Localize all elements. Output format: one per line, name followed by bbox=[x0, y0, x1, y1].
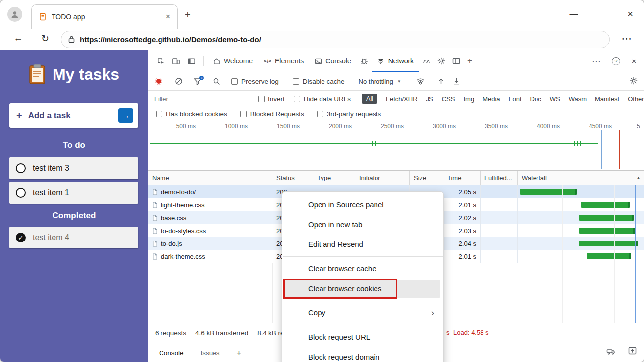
tab-network[interactable]: Network bbox=[372, 50, 419, 72]
filter-type[interactable]: Doc bbox=[530, 95, 541, 103]
throttling-dropdown[interactable]: No throttling ▼ bbox=[359, 78, 401, 85]
filter-type[interactable]: Wasm bbox=[569, 95, 587, 103]
performance-icon[interactable] bbox=[423, 57, 430, 65]
menu-item-clear-cache[interactable]: Clear browser cache bbox=[282, 259, 443, 279]
menu-separator bbox=[283, 301, 443, 301]
filter-type-all[interactable]: All bbox=[362, 94, 377, 104]
column-header-status[interactable]: Status bbox=[272, 171, 313, 185]
back-button[interactable]: ← bbox=[10, 33, 26, 44]
third-party-checkbox[interactable]: 3rd-party requests bbox=[317, 110, 381, 118]
menu-item-block-domain[interactable]: Block request domain bbox=[282, 347, 443, 362]
column-header-waterfall[interactable]: Waterfall ▲ bbox=[518, 171, 644, 185]
task-item[interactable]: test item 1 bbox=[9, 182, 138, 204]
column-header-name[interactable]: Name bbox=[148, 171, 272, 185]
resources-size: 8.4 kB re bbox=[257, 329, 284, 337]
network-settings-gear-icon[interactable] bbox=[630, 77, 638, 85]
drawer-tab-issues[interactable]: Issues bbox=[201, 349, 220, 357]
minimize-button[interactable]: — bbox=[562, 9, 585, 19]
disable-cache-checkbox[interactable]: Disable cache bbox=[293, 78, 345, 85]
import-har-icon[interactable] bbox=[437, 77, 445, 85]
column-header-initiator[interactable]: Initiator bbox=[355, 171, 410, 185]
network-overview-timeline[interactable]: 500 ms 1000 ms 1500 ms 2000 ms 2500 ms 3… bbox=[148, 121, 644, 171]
bug-icon[interactable] bbox=[360, 57, 368, 65]
menu-item-block-url[interactable]: Block request URL bbox=[282, 327, 443, 347]
checkbox-icon[interactable] bbox=[258, 96, 265, 102]
device-toolbar-icon[interactable] bbox=[172, 57, 180, 65]
blocked-requests-checkbox[interactable]: Blocked Requests bbox=[240, 110, 304, 118]
tab-elements[interactable]: </> Elements bbox=[258, 50, 309, 72]
filter-type[interactable]: CSS bbox=[442, 95, 455, 103]
has-blocked-cookies-checkbox[interactable]: Has blocked cookies bbox=[156, 110, 227, 118]
add-task-button[interactable]: + Add a task → bbox=[9, 103, 138, 128]
help-button[interactable]: ? bbox=[612, 57, 620, 65]
close-window-button[interactable]: × bbox=[619, 8, 642, 20]
new-tab-button[interactable]: + bbox=[185, 9, 191, 21]
checkbox-icon[interactable] bbox=[294, 96, 300, 102]
more-tools-button[interactable]: + bbox=[467, 56, 472, 66]
menu-item-open-sources[interactable]: Open in Sources panel bbox=[282, 195, 443, 215]
layout-icon[interactable] bbox=[452, 57, 460, 65]
tab-close-icon[interactable]: × bbox=[166, 12, 170, 21]
expand-panel-icon[interactable] bbox=[628, 347, 637, 355]
column-header-type[interactable]: Type bbox=[313, 171, 355, 185]
tab-welcome[interactable]: Welcome bbox=[208, 50, 258, 72]
dock-side-icon[interactable] bbox=[187, 57, 196, 65]
task-item[interactable]: test item 3 bbox=[9, 157, 138, 179]
address-bar[interactable]: https://microsoftedge.github.io/Demos/de… bbox=[61, 31, 610, 48]
menu-item-edit-resend[interactable]: Edit and Resend bbox=[282, 235, 443, 254]
search-icon[interactable] bbox=[213, 77, 220, 85]
timeline-tick: 5 bbox=[637, 123, 644, 130]
devtools-close-button[interactable]: × bbox=[631, 56, 637, 67]
filter-type[interactable]: Media bbox=[483, 95, 500, 103]
checkbox-icon[interactable] bbox=[231, 78, 238, 85]
filter-type[interactable]: Img bbox=[463, 95, 474, 103]
checkbox-checked-icon[interactable]: ✓ bbox=[16, 233, 26, 242]
reload-button[interactable]: ↻ bbox=[37, 33, 53, 44]
devtools-menu-button[interactable]: ⋯ bbox=[592, 56, 601, 67]
column-header-fulfilled[interactable]: Fulfilled... bbox=[481, 171, 518, 185]
profile-avatar[interactable] bbox=[7, 7, 22, 22]
inspect-icon[interactable] bbox=[157, 57, 165, 65]
task-item-completed[interactable]: ✓ test item 4 bbox=[9, 227, 138, 248]
maximize-button[interactable] bbox=[591, 11, 614, 21]
todo-section-heading: To do bbox=[0, 140, 148, 150]
gear-icon[interactable] bbox=[437, 57, 445, 65]
checkbox-circle-icon[interactable] bbox=[16, 163, 26, 173]
menu-item-open-new-tab[interactable]: Open in new tab bbox=[282, 215, 443, 235]
hide-data-urls-checkbox[interactable]: Hide data URLs bbox=[294, 95, 351, 103]
browser-menu-button[interactable]: ⋯ bbox=[619, 33, 635, 45]
devtools-tab-bar: Welcome </> Elements Console Network bbox=[148, 50, 644, 72]
invert-checkbox[interactable]: Invert bbox=[258, 95, 285, 103]
export-har-icon[interactable] bbox=[453, 77, 460, 85]
column-header-size[interactable]: Size bbox=[410, 171, 443, 185]
menu-item-clear-cookies[interactable]: Clear browser cookies bbox=[282, 279, 443, 299]
app-header: My tasks bbox=[0, 64, 148, 85]
filter-type[interactable]: Manifest bbox=[595, 95, 619, 103]
filter-type[interactable]: Fetch/XHR bbox=[386, 95, 418, 103]
filter-input[interactable] bbox=[154, 95, 248, 103]
checkbox-icon[interactable] bbox=[317, 111, 323, 117]
clear-icon[interactable] bbox=[175, 77, 183, 85]
network-conditions-icon[interactable] bbox=[416, 77, 425, 85]
checkbox-icon[interactable] bbox=[293, 78, 299, 85]
checkbox-circle-icon[interactable] bbox=[16, 188, 26, 198]
drawer-add-tab-button[interactable]: + bbox=[237, 348, 242, 358]
tab-console[interactable]: Console bbox=[309, 50, 356, 72]
filter-type[interactable]: Other bbox=[628, 95, 644, 103]
favicon-todo bbox=[39, 13, 47, 21]
filter-type[interactable]: JS bbox=[426, 95, 433, 103]
record-button[interactable] bbox=[155, 78, 162, 85]
filter-type[interactable]: WS bbox=[550, 95, 560, 103]
dcl-marker-line bbox=[635, 185, 636, 323]
submit-task-button[interactable]: → bbox=[118, 108, 133, 123]
checkbox-icon[interactable] bbox=[240, 111, 247, 117]
preserve-log-checkbox[interactable]: Preserve log bbox=[231, 78, 279, 85]
filter-toggle-icon[interactable]: × bbox=[194, 77, 202, 85]
browser-tab[interactable]: TODO app × bbox=[31, 4, 178, 29]
tools-icon[interactable] bbox=[606, 347, 615, 355]
menu-item-copy[interactable]: Copy › bbox=[282, 303, 443, 323]
column-header-time[interactable]: Time bbox=[443, 171, 481, 185]
drawer-tab-console[interactable]: Console bbox=[159, 349, 184, 357]
checkbox-icon[interactable] bbox=[156, 111, 162, 117]
filter-type[interactable]: Font bbox=[509, 95, 522, 103]
